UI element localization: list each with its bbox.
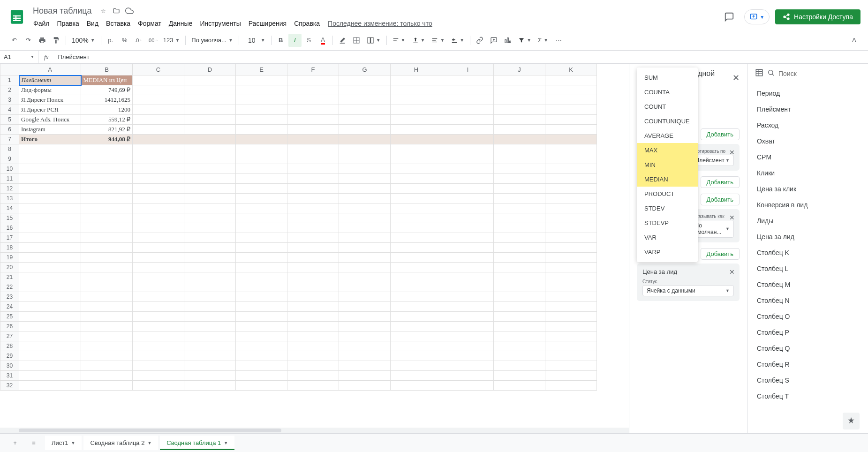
merge-button[interactable]: ▼ (364, 34, 384, 46)
cell[interactable] (391, 263, 442, 272)
cell[interactable] (236, 272, 287, 282)
h-scrollbar[interactable] (0, 428, 629, 433)
cell[interactable] (133, 312, 184, 322)
dropdown-item[interactable]: COUNTA (637, 92, 698, 99)
cell[interactable] (287, 322, 339, 331)
cell[interactable] (442, 361, 494, 371)
cell[interactable] (81, 203, 133, 213)
row-header[interactable]: 10 (0, 164, 19, 174)
cell[interactable] (545, 95, 597, 105)
cell[interactable]: 749,69 ₽ (81, 85, 133, 95)
cell[interactable] (391, 302, 442, 312)
field-item[interactable]: Столбец M (747, 277, 868, 293)
cell[interactable] (545, 223, 597, 233)
cell[interactable] (133, 272, 184, 282)
cell[interactable] (287, 282, 339, 292)
cell[interactable] (545, 184, 597, 194)
paint-format-button[interactable] (50, 34, 63, 47)
cell[interactable] (236, 105, 287, 115)
dropdown-item[interactable]: VAR (637, 230, 698, 245)
cell[interactable] (287, 154, 339, 164)
cell[interactable] (133, 341, 184, 351)
cell[interactable] (391, 312, 442, 322)
cell[interactable] (184, 322, 236, 331)
cell[interactable] (236, 194, 287, 203)
cell[interactable] (494, 95, 545, 105)
dropdown-item[interactable]: AVERAGE (637, 128, 698, 143)
field-item[interactable]: Период (747, 85, 868, 101)
grid[interactable]: A B C D E F G H I J K 1ПлейсментMEDIAN и… (0, 64, 629, 428)
row-header[interactable]: 1 (0, 75, 19, 85)
cell[interactable] (339, 85, 391, 95)
dropdown-item[interactable]: MAX (637, 143, 698, 158)
cell[interactable] (545, 194, 597, 203)
cell[interactable]: MEDIAN из Цен (81, 75, 133, 85)
cell[interactable] (339, 292, 391, 302)
cell[interactable] (133, 331, 184, 341)
cell[interactable] (133, 302, 184, 312)
field-item[interactable]: Плейсмент (747, 101, 868, 117)
cell[interactable] (287, 253, 339, 263)
present-button[interactable]: ▼ (744, 9, 770, 24)
cell[interactable] (391, 233, 442, 243)
row-header[interactable]: 3 (0, 95, 19, 105)
row-header[interactable]: 31 (0, 371, 19, 381)
cell[interactable] (339, 361, 391, 371)
cell[interactable] (19, 282, 81, 292)
cell[interactable] (236, 351, 287, 361)
cell[interactable] (391, 125, 442, 135)
cell[interactable] (545, 312, 597, 322)
cell[interactable] (442, 341, 494, 351)
cell[interactable] (184, 105, 236, 115)
cell[interactable] (391, 144, 442, 154)
grid-icon[interactable] (755, 68, 763, 78)
cell[interactable] (442, 253, 494, 263)
cell[interactable] (494, 243, 545, 253)
cell[interactable] (184, 85, 236, 95)
row-header[interactable]: 7 (0, 135, 19, 144)
cell[interactable] (236, 213, 287, 223)
cell[interactable] (545, 75, 597, 85)
cell[interactable] (236, 174, 287, 184)
cell[interactable] (442, 233, 494, 243)
cell[interactable] (494, 213, 545, 223)
menu-insert[interactable]: Вставка (103, 18, 134, 29)
cell[interactable] (339, 253, 391, 263)
add-button[interactable]: Добавить (701, 248, 740, 260)
cell[interactable] (81, 144, 133, 154)
cell[interactable] (19, 243, 81, 253)
cell[interactable] (545, 154, 597, 164)
field-item[interactable]: Лиды (747, 213, 868, 229)
cell[interactable] (287, 381, 339, 391)
cell[interactable] (391, 105, 442, 115)
cell[interactable] (494, 75, 545, 85)
cell[interactable] (19, 203, 81, 213)
cell[interactable] (133, 351, 184, 361)
cell[interactable] (133, 213, 184, 223)
cell[interactable] (236, 331, 287, 341)
cell[interactable] (391, 194, 442, 203)
cell[interactable] (81, 341, 133, 351)
cell[interactable] (236, 135, 287, 144)
star-icon[interactable]: ☆ (98, 6, 108, 15)
cell[interactable] (133, 174, 184, 184)
cell[interactable] (81, 213, 133, 223)
cell[interactable] (19, 331, 81, 341)
cell[interactable] (81, 253, 133, 263)
cell[interactable] (184, 174, 236, 184)
row-header[interactable]: 14 (0, 203, 19, 213)
row-header[interactable]: 16 (0, 223, 19, 233)
cell[interactable] (391, 331, 442, 341)
cell[interactable] (236, 302, 287, 312)
last-edit-link[interactable]: Последнее изменение: только что (328, 20, 432, 27)
cell[interactable] (81, 263, 133, 272)
row-header[interactable]: 13 (0, 194, 19, 203)
cell[interactable] (339, 331, 391, 341)
col-header[interactable]: H (391, 64, 442, 75)
chart-button[interactable] (501, 34, 514, 47)
cell[interactable] (19, 351, 81, 361)
cell[interactable] (184, 144, 236, 154)
cell[interactable] (545, 164, 597, 174)
menu-edit[interactable]: Правка (53, 18, 82, 29)
cell[interactable] (442, 174, 494, 184)
